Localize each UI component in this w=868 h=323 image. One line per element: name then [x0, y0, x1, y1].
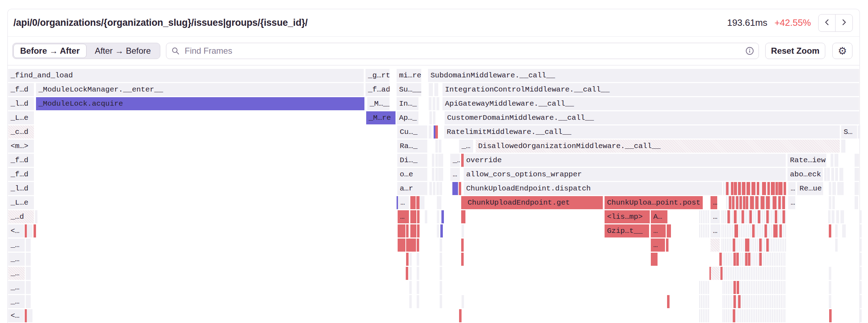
flame-frame[interactable]: [439, 182, 442, 195]
flame-frame[interactable]: [437, 224, 439, 237]
flame-frame[interactable]: [859, 210, 862, 223]
flame-frame[interactable]: [729, 196, 731, 209]
flame-frame[interactable]: [439, 140, 441, 153]
flame-frame[interactable]: …: [398, 196, 409, 209]
flame-frame[interactable]: <…: [8, 224, 24, 237]
flame-frame[interactable]: [440, 224, 443, 237]
flame-frame[interactable]: [829, 281, 831, 294]
flame-frame[interactable]: …: [450, 168, 460, 181]
flame-frame[interactable]: [409, 253, 412, 266]
flame-frame[interactable]: [750, 196, 754, 209]
flame-frame[interactable]: [757, 182, 759, 195]
flame-frame[interactable]: …: [398, 210, 409, 223]
flame-frame[interactable]: [733, 253, 736, 266]
flame-frame[interactable]: [733, 295, 736, 308]
flame-frame[interactable]: [27, 224, 32, 237]
flame-frame[interactable]: [417, 224, 420, 237]
flame-frame[interactable]: [417, 267, 419, 280]
flame-frame[interactable]: [398, 224, 405, 237]
flame-frame[interactable]: _ModuleLockManager.__enter__: [36, 83, 364, 96]
flame-frame[interactable]: o…e: [397, 168, 427, 181]
flame-frame[interactable]: [398, 239, 405, 252]
flame-frame[interactable]: <lis…mp>: [605, 210, 650, 223]
flame-frame[interactable]: [432, 154, 434, 167]
flame-frame[interactable]: [832, 210, 834, 223]
segment-after-before[interactable]: After → Before: [87, 44, 160, 58]
flame-frame[interactable]: [440, 295, 442, 308]
flame-frame[interactable]: [699, 224, 710, 237]
flame-frame[interactable]: Di…_: [397, 154, 427, 167]
flame-frame[interactable]: [429, 97, 432, 110]
flame-frame[interactable]: [441, 210, 444, 223]
flame-frame[interactable]: [745, 253, 748, 266]
flame-frame[interactable]: [410, 239, 416, 252]
flame-frame[interactable]: …: [711, 210, 720, 223]
flame-frame[interactable]: IntegrationControlMiddleware.__call__: [442, 83, 859, 96]
flame-frame[interactable]: [27, 309, 32, 322]
reset-zoom-button[interactable]: Reset Zoom: [765, 43, 825, 59]
flame-frame[interactable]: [727, 210, 730, 223]
next-button[interactable]: [835, 14, 853, 32]
flame-frame[interactable]: [747, 182, 750, 195]
flame-frame[interactable]: ChunkUploadEndpoint.get: [465, 196, 603, 209]
flame-frame[interactable]: [767, 182, 770, 195]
flame-frame[interactable]: [438, 168, 441, 181]
flame-frame[interactable]: [723, 281, 786, 294]
flame-frame[interactable]: [26, 281, 31, 294]
flame-frame[interactable]: A…: [651, 210, 667, 223]
flame-frame[interactable]: [452, 182, 458, 195]
flame-frame[interactable]: [723, 253, 786, 266]
flame-frame[interactable]: [437, 210, 439, 223]
flame-frame[interactable]: [783, 210, 785, 223]
flame-frame[interactable]: Ra…_: [397, 140, 427, 153]
flame-frame[interactable]: [410, 210, 416, 223]
flame-frame[interactable]: [406, 224, 409, 237]
flame-frame[interactable]: [429, 111, 432, 124]
flame-frame[interactable]: [835, 168, 838, 181]
flame-frame[interactable]: Cu…_: [397, 125, 427, 139]
flame-frame[interactable]: _…: [8, 267, 25, 280]
flame-frame[interactable]: Gzip…t__: [605, 224, 649, 237]
flame-frame[interactable]: [417, 295, 419, 308]
flame-frame[interactable]: [859, 281, 862, 294]
flame-frame[interactable]: [668, 224, 671, 237]
flame-frame[interactable]: [699, 309, 710, 322]
flame-frame[interactable]: [766, 196, 770, 209]
flame-frame[interactable]: [755, 196, 759, 209]
flame-frame[interactable]: _…: [8, 239, 25, 252]
flame-frame[interactable]: [409, 267, 412, 280]
flame-frame[interactable]: …: [788, 196, 795, 209]
flame-frame[interactable]: [829, 295, 831, 308]
flame-frame[interactable]: In…_: [397, 97, 418, 110]
flame-frame[interactable]: [440, 281, 442, 294]
flame-frame[interactable]: [409, 281, 412, 294]
flame-frame[interactable]: _ModuleLock.acquire: [36, 97, 364, 110]
flame-frame[interactable]: [429, 83, 433, 96]
flame-frame[interactable]: [436, 97, 439, 110]
flame-frame[interactable]: [732, 196, 735, 209]
flame-frame[interactable]: [733, 281, 736, 294]
flame-frame[interactable]: [759, 239, 762, 252]
flame-frame[interactable]: [26, 295, 31, 308]
flame-frame[interactable]: [721, 239, 786, 252]
flame-frame[interactable]: [410, 196, 416, 209]
flame-frame[interactable]: [737, 281, 739, 294]
flame-frame[interactable]: _…: [450, 154, 460, 167]
flame-frame[interactable]: RatelimitMiddleware.__call__: [444, 125, 840, 139]
flame-frame[interactable]: SubdomainMiddleware.__call__: [428, 69, 859, 82]
flame-frame[interactable]: [666, 239, 668, 252]
flame-frame[interactable]: [858, 125, 860, 139]
flame-frame[interactable]: [417, 281, 419, 294]
flame-frame[interactable]: _…: [8, 281, 25, 294]
flame-frame[interactable]: [734, 182, 737, 195]
flame-frame[interactable]: [824, 168, 827, 181]
flame-frame[interactable]: [779, 224, 782, 237]
flame-frame[interactable]: [836, 210, 839, 223]
flame-frame[interactable]: [828, 210, 831, 223]
flame-frame[interactable]: _l…d: [8, 182, 34, 195]
flame-frame[interactable]: [831, 168, 834, 181]
flame-frame[interactable]: _…: [459, 140, 473, 153]
flame-frame[interactable]: Ap…_: [397, 111, 418, 124]
flame-frame[interactable]: [699, 281, 710, 294]
flame-frame[interactable]: _find_and_load: [8, 69, 364, 82]
